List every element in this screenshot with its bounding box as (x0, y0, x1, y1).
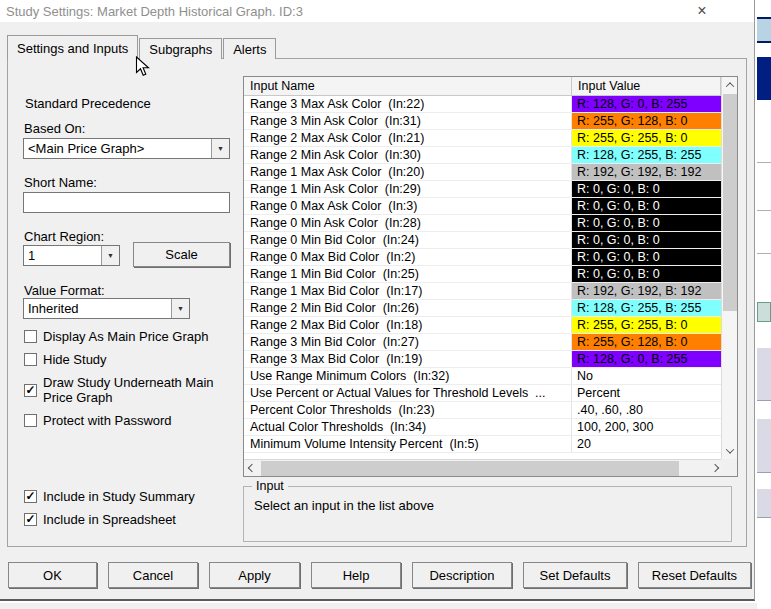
based-on-label: Based On: (24, 121, 85, 136)
input-row[interactable]: Use Range Minimum Colors (In:32) No (244, 368, 721, 385)
input-row[interactable]: Range 2 Min Bid Color (In:26) R: 128, G:… (244, 300, 721, 317)
background-row (757, 489, 771, 518)
close-icon[interactable]: × (686, 0, 718, 21)
checkbox[interactable]: ✓ Include in Spreadsheet (24, 512, 229, 527)
input-row[interactable]: Range 0 Min Ask Color (In:28) R: 0, G: 0… (244, 215, 721, 232)
chevron-right-icon (711, 464, 719, 472)
check-icon: ✓ (25, 385, 35, 395)
dialog-button[interactable]: OK (8, 562, 97, 588)
input-row[interactable]: Range 1 Max Ask Color (In:20) R: 192, G:… (244, 164, 721, 181)
input-row[interactable]: Use Percent or Actual Values for Thresho… (244, 385, 721, 402)
input-name-cell: Use Range Minimum Colors (In:32) (244, 368, 572, 384)
checkbox-label: Hide Study (43, 352, 107, 367)
input-value-cell: .40, .60, .80 (572, 402, 721, 418)
checkbox[interactable]: ✓ Protect with Password (24, 413, 229, 428)
input-value-cell: R: 192, G: 192, B: 192 (572, 283, 721, 299)
background-row (757, 17, 771, 43)
input-group-box: Input Select an input in the list above (243, 486, 732, 542)
input-row[interactable]: Range 1 Min Ask Color (In:29) R: 0, G: 0… (244, 181, 721, 198)
tab[interactable]: Settings and Inputs (7, 35, 138, 60)
input-row[interactable]: Actual Color Thresholds (In:34) 100, 200… (244, 419, 721, 436)
dialog-button[interactable]: Reset Defaults (638, 562, 751, 588)
background-gridline (757, 253, 771, 254)
checkbox[interactable]: ✓ Draw Study Underneath Main Price Graph (24, 375, 229, 405)
short-name-input[interactable] (23, 192, 230, 213)
vertical-scroll-thumb[interactable] (723, 94, 737, 311)
checkbox[interactable]: ✓ Include in Study Summary (24, 489, 229, 504)
input-group-title: Input (252, 479, 288, 493)
vertical-scrollbar[interactable] (721, 77, 737, 459)
input-name-cell: Range 2 Min Ask Color (In:30) (244, 147, 572, 163)
tab[interactable]: Subgraphs (139, 38, 222, 59)
input-value-cell: R: 0, G: 0, B: 0 (572, 198, 721, 214)
input-name-cell: Percent Color Thresholds (In:23) (244, 402, 572, 418)
input-row[interactable]: Minimum Volume Intensity Percent (In:5) … (244, 436, 721, 453)
dialog-button[interactable]: Cancel (108, 562, 198, 588)
input-row[interactable]: Range 2 Max Bid Color (In:18) R: 255, G:… (244, 317, 721, 334)
checkbox-label: Display As Main Price Graph (43, 329, 208, 344)
based-on-select[interactable]: <Main Price Graph> ▼ (23, 138, 230, 159)
column-header[interactable]: Input Name (244, 77, 572, 95)
study-settings-dialog: Study Settings: Market Depth Historical … (0, 0, 755, 601)
scroll-down-button[interactable] (722, 443, 738, 459)
input-name-cell: Range 1 Min Ask Color (In:29) (244, 181, 572, 197)
checkbox[interactable]: ✓ Hide Study (24, 352, 229, 367)
title-bar: Study Settings: Market Depth Historical … (0, 0, 754, 22)
input-row[interactable]: Range 0 Max Ask Color (In:3) R: 0, G: 0,… (244, 198, 721, 215)
input-name-cell: Range 1 Max Bid Color (In:17) (244, 283, 572, 299)
input-value-cell: 20 (572, 436, 721, 452)
input-value-cell: R: 0, G: 0, B: 0 (572, 181, 721, 197)
input-name-cell: Actual Color Thresholds (In:34) (244, 419, 572, 435)
dialog-button[interactable]: Help (311, 562, 401, 588)
background-row (757, 419, 771, 473)
dialog-button[interactable]: Apply (209, 562, 300, 588)
checkbox-box[interactable]: ✓ (24, 330, 37, 343)
input-row[interactable]: Range 1 Min Bid Color (In:25) R: 0, G: 0… (244, 266, 721, 283)
chart-region-select[interactable]: 1 ▼ (23, 245, 120, 266)
horizontal-scroll-thumb[interactable] (261, 461, 679, 476)
chevron-down-icon: ▼ (177, 305, 184, 312)
input-value-cell: R: 255, G: 255, B: 0 (572, 317, 721, 333)
checkbox-box[interactable]: ✓ (24, 384, 37, 397)
checkbox-box[interactable]: ✓ (24, 414, 37, 427)
background-row (757, 348, 771, 401)
input-row[interactable]: Range 2 Max Ask Color (In:21) R: 255, G:… (244, 130, 721, 147)
list-rows: Range 3 Max Ask Color (In:22) R: 128, G:… (244, 96, 721, 453)
horizontal-scrollbar[interactable] (244, 459, 723, 476)
input-value-cell: R: 192, G: 192, B: 192 (572, 164, 721, 180)
checkbox[interactable]: ✓ Display As Main Price Graph (24, 329, 229, 344)
dialog-button[interactable]: Set Defaults (523, 562, 627, 588)
input-name-cell: Minimum Volume Intensity Percent (In:5) (244, 436, 572, 452)
input-value-cell: R: 128, G: 0, B: 255 (572, 351, 721, 367)
column-header[interactable]: Input Value (572, 77, 721, 95)
input-row[interactable]: Percent Color Thresholds (In:23) .40, .6… (244, 402, 721, 419)
value-format-select[interactable]: Inherited ▼ (23, 298, 190, 319)
scroll-left-button[interactable] (244, 460, 260, 476)
input-row[interactable]: Range 3 Min Ask Color (In:31) R: 255, G:… (244, 113, 721, 130)
tab[interactable]: Alerts (223, 38, 276, 59)
dialog-button[interactable]: Description (412, 562, 512, 588)
input-row[interactable]: Range 1 Max Bid Color (In:17) R: 192, G:… (244, 283, 721, 300)
input-row[interactable]: Range 2 Min Ask Color (In:30) R: 128, G:… (244, 147, 721, 164)
checkbox-box[interactable]: ✓ (24, 353, 37, 366)
input-row[interactable]: Range 3 Max Bid Color (In:19) R: 128, G:… (244, 351, 721, 368)
checkbox-box[interactable]: ✓ (24, 490, 37, 503)
include-checkboxes: ✓ Include in Study Summary ✓ Include in … (24, 489, 229, 535)
scroll-up-button[interactable] (722, 77, 738, 93)
background-row (757, 302, 771, 322)
input-row[interactable]: Range 3 Max Ask Color (In:22) R: 128, G:… (244, 96, 721, 113)
checkbox-box[interactable]: ✓ (24, 513, 37, 526)
short-name-label: Short Name: (24, 175, 97, 190)
input-name-cell: Range 3 Max Ask Color (In:22) (244, 96, 572, 112)
mouse-cursor-icon (135, 56, 150, 78)
input-value-cell: 100, 200, 300 (572, 419, 721, 435)
input-value-cell: R: 0, G: 0, B: 0 (572, 266, 721, 282)
chart-region-label: Chart Region: (24, 229, 104, 244)
input-row[interactable]: Range 3 Min Bid Color (In:27) R: 255, G:… (244, 334, 721, 351)
input-row[interactable]: Range 0 Max Bid Color (In:2) R: 0, G: 0,… (244, 249, 721, 266)
input-name-cell: Range 1 Max Ask Color (In:20) (244, 164, 572, 180)
value-format-value: Inherited (24, 299, 171, 318)
input-row[interactable]: Range 0 Min Bid Color (In:24) R: 0, G: 0… (244, 232, 721, 249)
checkbox-label: Include in Spreadsheet (43, 512, 176, 527)
scale-button[interactable]: Scale (133, 242, 230, 267)
